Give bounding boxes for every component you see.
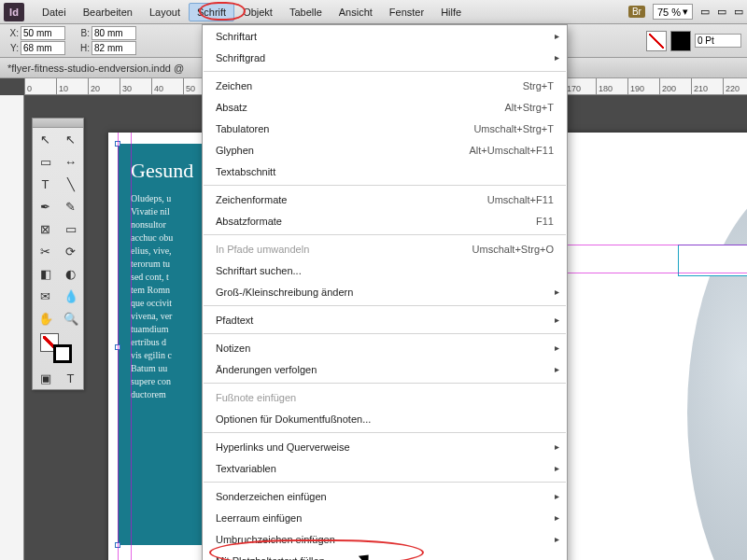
rectangle-tool[interactable]: ▭ <box>58 217 83 240</box>
menu-item-label: Tabulatoren <box>216 123 270 134</box>
menu-tabelle[interactable]: Tabelle <box>281 3 331 21</box>
screen-mode-icon[interactable]: ▭ <box>717 6 726 18</box>
menu-item-schriftart-suchen-[interactable]: Schriftart suchen... <box>203 259 567 281</box>
menu-hilfe[interactable]: Hilfe <box>432 3 470 21</box>
free-transform-tool[interactable]: ⟳ <box>58 240 83 262</box>
menu-item-label: Absatz <box>216 102 247 113</box>
menu-item-shortcut: F11 <box>536 216 554 227</box>
menu-item-shortcut: Alt+Umschalt+F11 <box>470 145 554 156</box>
scissors-tool[interactable]: ✂ <box>33 240 58 262</box>
view-options-icon[interactable]: ▭ <box>700 6 710 18</box>
menu-item-label: Sonderzeichen einfügen <box>216 491 327 502</box>
menu-separator <box>204 305 566 306</box>
menu-item-umbruchzeichen-einf-gen[interactable]: Umbruchzeichen einfügen <box>203 528 567 550</box>
menu-bearbeiten[interactable]: Bearbeiten <box>75 3 141 21</box>
menu-layout[interactable]: Layout <box>141 3 189 21</box>
stroke-color[interactable] <box>53 344 72 363</box>
bridge-badge[interactable]: Br <box>628 6 645 18</box>
menu-separator <box>204 482 566 483</box>
menu-item-shortcut: Umschalt+Strg+O <box>472 244 554 255</box>
stroke-weight-input[interactable]: 0 Pt <box>695 34 741 48</box>
y-input[interactable]: 68 mm <box>21 41 65 55</box>
ruler-tick: 0 <box>24 78 32 95</box>
menu-fenster[interactable]: Fenster <box>381 3 432 21</box>
format-container-icon[interactable]: ▣ <box>33 367 58 389</box>
menu-separator <box>204 383 566 384</box>
menu-item-label: Leerraum einfügen <box>216 512 302 524</box>
zoom-tool[interactable]: 🔍 <box>58 307 83 329</box>
menu-item-schriftart[interactable]: Schriftart <box>203 25 567 47</box>
menu-item-glyphen[interactable]: GlyphenAlt+Umschalt+F11 <box>203 139 567 161</box>
line-tool[interactable]: ╲ <box>58 173 83 195</box>
h-label: H: <box>77 43 90 53</box>
menu-ansicht[interactable]: Ansicht <box>331 3 381 21</box>
menu-item-shortcut: Alt+Strg+T <box>504 102 554 113</box>
selection-tool[interactable]: ↖ <box>33 128 58 150</box>
arrange-icon[interactable]: ▭ <box>734 6 743 18</box>
menu-item-label: Textvariablen <box>216 463 276 474</box>
menu-item-leerraum-einf-gen[interactable]: Leerraum einfügen <box>203 507 567 528</box>
panel-grip[interactable] <box>33 119 83 128</box>
page-tool[interactable]: ▭ <box>33 150 58 173</box>
menu-item-schriftgrad[interactable]: Schriftgrad <box>203 47 567 68</box>
ruler-tick: 50 <box>183 78 195 95</box>
rectangle-frame-tool[interactable]: ⊠ <box>33 217 58 240</box>
menu-item-label: Änderungen verfolgen <box>216 364 317 375</box>
h-input[interactable]: 82 mm <box>92 41 136 55</box>
menu-item-textvariablen[interactable]: Textvariablen <box>203 457 567 479</box>
menu-item-pfadtext[interactable]: Pfadtext <box>203 309 567 330</box>
menu-item-zeichenformate[interactable]: ZeichenformateUmschalt+F11 <box>203 189 567 210</box>
w-input[interactable]: 80 mm <box>92 26 136 40</box>
note-tool[interactable]: ✉ <box>33 285 58 307</box>
menu-item-mit-platzhaltertext-f-llen[interactable]: Mit Platzhaltertext füllen <box>203 550 567 560</box>
pencil-tool[interactable]: ✎ <box>58 195 83 217</box>
fill-swatch[interactable] <box>646 31 667 51</box>
ruler-tick: 180 <box>596 78 613 95</box>
menu-objekt[interactable]: Objekt <box>234 3 281 21</box>
ruler-tick: 210 <box>691 78 708 95</box>
direct-selection-tool[interactable]: ↖ <box>58 128 83 150</box>
menu-item-shortcut: Umschalt+Strg+T <box>473 123 554 134</box>
menu-separator <box>204 234 566 235</box>
menu-item-optionen-f-r-dokumentfu-noten-[interactable]: Optionen für Dokumentfußnoten... <box>203 408 567 429</box>
menu-item-sonderzeichen-einf-gen[interactable]: Sonderzeichen einfügen <box>203 485 567 507</box>
stroke-swatch[interactable] <box>670 31 691 51</box>
menu-item-tabulatoren[interactable]: TabulatorenUmschalt+Strg+T <box>203 118 567 139</box>
menu-item-label: Groß-/Kleinschreibung ändern <box>216 287 353 298</box>
x-input[interactable]: 50 mm <box>21 26 65 40</box>
menu-item-notizen[interactable]: Notizen <box>203 337 567 358</box>
fill-stroke-swatches[interactable] <box>33 329 83 367</box>
ruler-tick: 200 <box>659 78 676 95</box>
menu-item-textabschnitt[interactable]: Textabschnitt <box>203 161 567 182</box>
gap-tool[interactable]: ↔ <box>58 150 83 173</box>
menu-item-absatzformate[interactable]: AbsatzformateF11 <box>203 210 567 231</box>
menu-item-absatz[interactable]: AbsatzAlt+Strg+T <box>203 96 567 118</box>
menu-item--nderungen-verfolgen[interactable]: Änderungen verfolgen <box>203 358 567 380</box>
menu-separator <box>204 71 566 72</box>
x-label: X: <box>6 28 19 38</box>
menu-item-label: In Pfade umwandeln <box>216 244 309 255</box>
type-tool[interactable]: T <box>33 173 58 195</box>
menu-item-zeichen[interactable]: ZeichenStrg+T <box>203 75 567 96</box>
format-text-icon[interactable]: T <box>58 367 83 389</box>
pen-tool[interactable]: ✒ <box>33 195 58 217</box>
menu-item-gro-kleinschreibung-ndern[interactable]: Groß-/Kleinschreibung ändern <box>203 281 567 302</box>
eyedropper-tool[interactable]: 💧 <box>58 285 83 307</box>
ruler-tick: 10 <box>56 78 68 95</box>
menu-separator <box>204 432 566 433</box>
menu-item-hyperlinks-und-querverweise[interactable]: Hyperlinks und Querverweise <box>203 436 567 457</box>
zoom-level[interactable]: 75 % ▾ <box>653 4 693 20</box>
menu-schrift[interactable]: Schrift <box>189 3 234 21</box>
schrift-dropdown: SchriftartSchriftgradZeichenStrg+TAbsatz… <box>202 24 568 560</box>
menu-item-label: Zeichenformate <box>216 194 287 205</box>
hand-tool[interactable]: ✋ <box>33 307 58 329</box>
gradient-swatch-tool[interactable]: ◧ <box>33 262 58 285</box>
ruler-tick: 30 <box>120 78 132 95</box>
y-label: Y: <box>6 43 19 53</box>
gradient-feather-tool[interactable]: ◐ <box>58 262 83 285</box>
ruler-vertical <box>0 95 24 560</box>
menu-separator <box>204 185 566 186</box>
menu-datei[interactable]: Datei <box>34 3 75 21</box>
menu-item-shortcut: Strg+T <box>523 80 554 91</box>
guide <box>118 133 119 560</box>
